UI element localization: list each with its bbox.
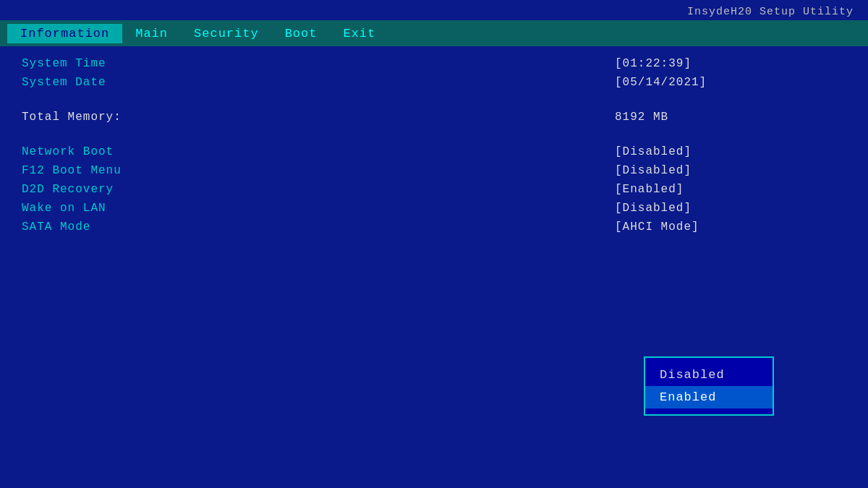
info-label: System Time	[22, 57, 106, 70]
info-value: [Disabled]	[615, 145, 846, 158]
info-label: F12 Boot Menu	[22, 164, 122, 177]
info-row[interactable]: SATA Mode[AHCI Mode]	[22, 218, 846, 236]
info-row[interactable]: Wake on LAN[Disabled]	[22, 199, 846, 218]
info-label: System Date	[22, 76, 106, 89]
info-row[interactable]: F12 Boot Menu[Disabled]	[22, 161, 846, 180]
dropdown-item-disabled[interactable]: Disabled	[645, 364, 773, 386]
nav-item-main[interactable]: Main	[122, 24, 181, 43]
info-label: Wake on LAN	[22, 202, 106, 215]
nav-bar: InformationMainSecurityBootExit	[0, 20, 868, 46]
info-label: SATA Mode	[22, 221, 90, 234]
nav-item-information[interactable]: Information	[7, 24, 122, 43]
info-value: [Disabled]	[615, 164, 846, 177]
info-row: System Date[05/14/2021]	[22, 73, 846, 92]
info-label: D2D Recovery	[22, 183, 114, 196]
info-value: [Enabled]	[615, 183, 846, 196]
info-value: [05/14/2021]	[615, 76, 846, 89]
info-row: System Time[01:22:39]	[22, 54, 846, 73]
bios-screen: InsydeH20 Setup Utility InformationMainS…	[0, 0, 868, 488]
nav-item-boot[interactable]: Boot	[272, 24, 331, 43]
info-value: 8192 MB	[615, 111, 846, 124]
info-label: Network Boot	[22, 145, 114, 158]
nav-item-security[interactable]: Security	[181, 24, 272, 43]
info-row[interactable]: Network Boot[Disabled]	[22, 142, 846, 161]
dropdown-popup[interactable]: DisabledEnabled	[644, 356, 774, 416]
dropdown-item-enabled[interactable]: Enabled	[645, 386, 773, 408]
info-row: Total Memory:8192 MB	[22, 108, 846, 127]
info-row[interactable]: D2D Recovery[Enabled]	[22, 180, 846, 199]
nav-item-exit[interactable]: Exit	[330, 24, 388, 43]
utility-name: InsydeH20 Setup Utility	[687, 6, 854, 18]
info-label: Total Memory:	[22, 111, 122, 124]
info-value: [01:22:39]	[615, 57, 846, 70]
info-value: [Disabled]	[615, 202, 846, 215]
info-value: [AHCI Mode]	[615, 221, 846, 234]
